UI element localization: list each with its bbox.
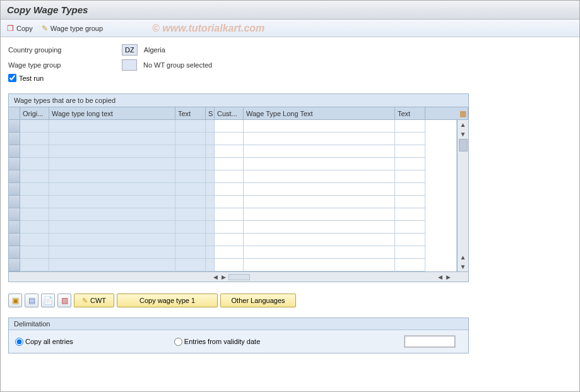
scroll-right-icon[interactable]: ▶ (445, 274, 452, 280)
table-cell[interactable] (244, 170, 395, 183)
table-cell[interactable] (395, 234, 425, 246)
table-cell[interactable] (175, 145, 206, 158)
table-cell[interactable] (20, 259, 49, 271)
scroll-thumb[interactable] (459, 139, 468, 151)
row-handle[interactable] (9, 234, 20, 246)
table-cell[interactable] (49, 221, 175, 234)
table-config-icon[interactable]: ▦ (458, 108, 468, 119)
table-cell[interactable] (206, 196, 215, 208)
row-handle[interactable] (9, 145, 20, 158)
row-handle[interactable] (9, 196, 20, 208)
other-languages-button[interactable]: Other Languages (220, 294, 296, 307)
table-cell[interactable] (244, 183, 395, 196)
table-cell[interactable] (49, 120, 175, 133)
col-cust[interactable]: Cust... (215, 107, 244, 120)
row-handle[interactable] (9, 158, 20, 170)
table-cell[interactable] (244, 259, 395, 271)
copy-wage-type-button[interactable]: Copy wage type 1 (117, 294, 218, 307)
table-cell[interactable] (395, 196, 425, 208)
table-cell[interactable] (49, 196, 175, 208)
table-cell[interactable] (244, 246, 395, 259)
wage-type-group-button[interactable]: ✎ Wage type group (42, 24, 103, 33)
table-cell[interactable] (20, 208, 49, 221)
icon-button-4[interactable]: ▨ (57, 294, 71, 307)
table-cell[interactable] (395, 221, 425, 234)
table-cell[interactable] (206, 120, 215, 133)
table-cell[interactable] (49, 234, 175, 246)
table-cell[interactable] (20, 183, 49, 196)
hscrollbar-right[interactable]: ◀ ▶ (432, 272, 457, 282)
table-cell[interactable] (395, 120, 425, 133)
table-cell[interactable] (20, 120, 49, 133)
table-cell[interactable] (206, 208, 215, 221)
table-cell[interactable] (175, 208, 206, 221)
col-s[interactable]: S (206, 107, 215, 120)
validity-date-input[interactable] (405, 336, 455, 347)
table-cell[interactable] (49, 133, 175, 145)
table-cell[interactable] (244, 133, 395, 145)
table-cell[interactable] (206, 246, 215, 259)
scroll-left-icon[interactable]: ◀ (437, 274, 444, 280)
table-cell[interactable] (244, 145, 395, 158)
table-cell[interactable] (49, 158, 175, 170)
table-cell[interactable] (206, 234, 215, 246)
table-cell[interactable] (20, 234, 49, 246)
row-handle[interactable] (9, 133, 20, 145)
table-cell[interactable] (215, 170, 244, 183)
hscroll-track[interactable] (228, 274, 250, 280)
table-cell[interactable] (395, 259, 425, 271)
table-cell[interactable] (20, 170, 49, 183)
hscrollbar-left[interactable]: ◀ ▶ (206, 272, 256, 282)
table-cell[interactable] (20, 246, 49, 259)
scroll-right-icon[interactable]: ▶ (220, 274, 227, 280)
table-cell[interactable] (215, 259, 244, 271)
table-cell[interactable] (395, 183, 425, 196)
table-cell[interactable] (215, 158, 244, 170)
table-cell[interactable] (175, 196, 206, 208)
table-cell[interactable] (49, 145, 175, 158)
table-cell[interactable] (175, 246, 206, 259)
table-cell[interactable] (206, 183, 215, 196)
table-cell[interactable] (49, 170, 175, 183)
row-handle[interactable] (9, 259, 20, 271)
table-cell[interactable] (20, 221, 49, 234)
table-cell[interactable] (244, 120, 395, 133)
table-cell[interactable] (215, 234, 244, 246)
vscrollbar[interactable]: ▲ ▼ ▲ ▼ (457, 120, 468, 271)
col-text2[interactable]: Text (395, 107, 425, 120)
table-cell[interactable] (206, 133, 215, 145)
table-cell[interactable] (206, 145, 215, 158)
row-handle[interactable] (9, 208, 20, 221)
table-cell[interactable] (20, 196, 49, 208)
table-cell[interactable] (175, 183, 206, 196)
table-cell[interactable] (175, 221, 206, 234)
row-handle[interactable] (9, 170, 20, 183)
table-cell[interactable] (244, 221, 395, 234)
test-run-checkbox[interactable] (8, 74, 16, 82)
row-handle[interactable] (9, 221, 20, 234)
table-cell[interactable] (206, 158, 215, 170)
table-cell[interactable] (49, 259, 175, 271)
table-cell[interactable] (175, 158, 206, 170)
col-text1[interactable]: Text (175, 107, 206, 120)
table-cell[interactable] (206, 259, 215, 271)
table-cell[interactable] (215, 208, 244, 221)
icon-button-2[interactable]: ▤ (25, 294, 38, 307)
table-cell[interactable] (395, 170, 425, 183)
table-cell[interactable] (20, 158, 49, 170)
table-cell[interactable] (395, 133, 425, 145)
scroll-left-icon[interactable]: ◀ (212, 274, 219, 280)
cwt-button[interactable]: ✎ CWT (74, 294, 114, 307)
scroll-up-icon[interactable]: ▲ (460, 121, 466, 128)
row-handle[interactable] (9, 183, 20, 196)
table-cell[interactable] (244, 196, 395, 208)
table-cell[interactable] (206, 221, 215, 234)
table-cell[interactable] (175, 234, 206, 246)
scroll-up-icon[interactable]: ▲ (460, 254, 466, 261)
scroll-track[interactable] (458, 151, 468, 252)
table-cell[interactable] (49, 208, 175, 221)
table-cell[interactable] (215, 183, 244, 196)
country-code-field[interactable]: DZ (122, 44, 138, 56)
table-cell[interactable] (206, 170, 215, 183)
row-handle[interactable] (9, 120, 20, 133)
